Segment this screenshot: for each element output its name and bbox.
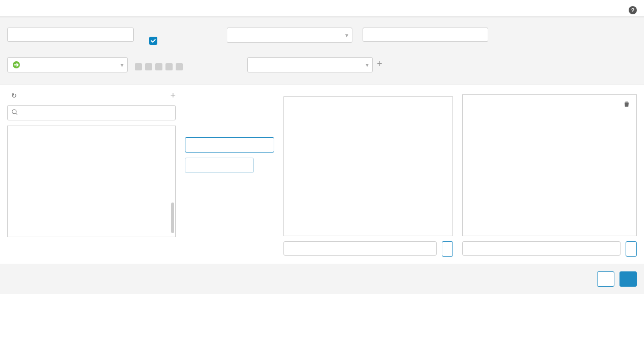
source-add-button[interactable] — [442, 241, 453, 257]
allow-icon: ➜ — [13, 61, 20, 68]
destination-networks-box — [462, 94, 637, 236]
action-select[interactable]: ➜ ▼ — [7, 57, 128, 72]
source-networks-box — [283, 96, 453, 236]
image-icon — [165, 63, 173, 70]
refresh-icon[interactable]: ↻ — [11, 92, 17, 99]
svg-line-1 — [16, 113, 17, 115]
destination-add-button[interactable] — [626, 241, 637, 257]
add-button[interactable] — [619, 271, 637, 287]
cancel-button[interactable] — [597, 271, 614, 287]
scrollbar[interactable] — [171, 203, 174, 233]
insert-select[interactable]: ▼ — [227, 28, 352, 43]
destination-item[interactable] — [463, 95, 636, 115]
source-ip-input[interactable] — [283, 241, 437, 256]
shield-icon — [135, 63, 142, 70]
note-icon — [176, 63, 183, 70]
policy-icons — [135, 57, 183, 72]
trash-icon[interactable] — [623, 100, 630, 110]
help-icon[interactable]: ? — [629, 6, 637, 14]
enabled-checkbox[interactable] — [149, 37, 157, 45]
add-to-destination-button — [185, 158, 254, 173]
name-input[interactable] — [7, 28, 134, 42]
chevron-down-icon: ▼ — [120, 62, 125, 68]
add-to-source-button[interactable] — [185, 137, 274, 153]
insert-number-input[interactable] — [363, 28, 488, 42]
svg-point-0 — [12, 110, 16, 114]
chevron-down-icon: ▼ — [365, 62, 370, 68]
add-network-icon[interactable]: + — [170, 90, 176, 101]
user-icon — [155, 63, 162, 70]
file-icon — [145, 63, 152, 70]
chevron-down-icon: ▼ — [344, 33, 349, 38]
search-input[interactable] — [7, 105, 176, 120]
search-icon — [11, 109, 18, 117]
time-range-select[interactable]: ▼ — [247, 57, 373, 72]
destination-ip-input[interactable] — [462, 241, 621, 256]
add-time-range-button[interactable]: + — [377, 57, 386, 72]
